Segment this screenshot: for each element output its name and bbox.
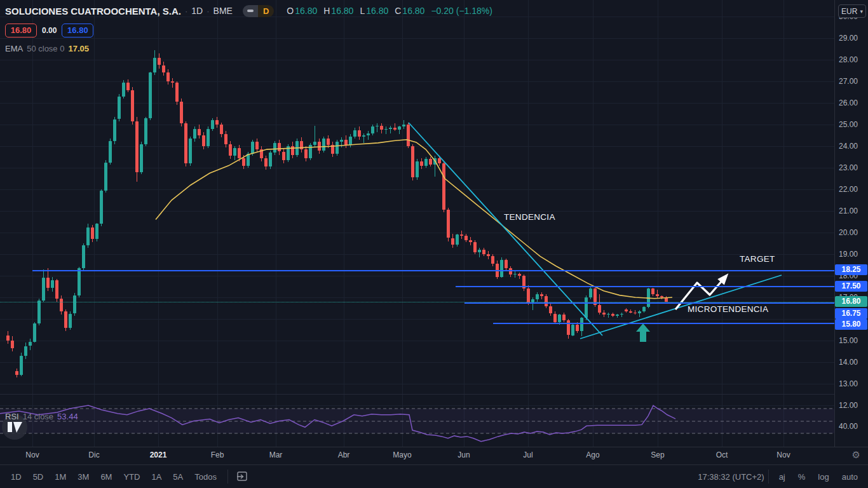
- annotation-tendencia[interactable]: TENDENCIA: [504, 212, 555, 222]
- range-button-5A[interactable]: 5A: [167, 470, 189, 484]
- candle-wick: [515, 271, 515, 278]
- price-level-line[interactable]: [465, 302, 834, 304]
- candle: [456, 234, 459, 244]
- range-button-Todos[interactable]: Todos: [189, 470, 222, 484]
- candle: [487, 254, 490, 256]
- candle-wick: [377, 123, 377, 132]
- candle: [287, 146, 290, 160]
- price-axis-label: 25.00: [839, 119, 858, 130]
- candle: [198, 129, 201, 135]
- range-button-5D[interactable]: 5D: [27, 470, 50, 484]
- candle: [6, 336, 10, 341]
- candle: [162, 65, 165, 73]
- scale-button-auto[interactable]: auto: [836, 470, 864, 484]
- interval-pill[interactable]: D: [243, 5, 274, 17]
- interval-label[interactable]: 1D: [191, 6, 203, 16]
- candle-wick: [341, 137, 342, 147]
- close-value: 16.80: [402, 6, 424, 16]
- spread-value: 0.00: [42, 26, 57, 35]
- range-button-1D[interactable]: 1D: [5, 470, 27, 484]
- symbol-title[interactable]: SOLUCIONES CUATROOCHENTA, S.A.: [5, 6, 181, 17]
- price-axis-label: 20.00: [839, 227, 858, 238]
- exchange-label[interactable]: BME: [214, 6, 233, 16]
- candle: [442, 163, 445, 210]
- ohlc-readout: O16.80 H16.80 L16.80 C16.80 −0.20 (−1.18…: [287, 6, 492, 16]
- annotation-microtendencia[interactable]: MICROTENDENCIA: [688, 304, 768, 314]
- candle: [193, 129, 196, 139]
- candle: [73, 295, 76, 314]
- range-button-3M[interactable]: 3M: [72, 470, 95, 484]
- candle: [331, 145, 334, 154]
- candle: [589, 288, 592, 297]
- candle: [260, 149, 263, 158]
- candle: [247, 154, 250, 166]
- candle: [91, 227, 94, 240]
- high-label: H: [323, 6, 330, 16]
- candle: [473, 242, 477, 252]
- range-buttons: 1D5D1M3M6MYTD1A5ATodos: [0, 472, 222, 482]
- separator-dot: ·: [185, 6, 187, 16]
- candle-wick: [368, 131, 369, 140]
- candle: [166, 72, 170, 81]
- candle: [95, 224, 98, 239]
- scale-button-aj[interactable]: aj: [773, 470, 792, 484]
- candle: [278, 143, 281, 152]
- price-axis-label: 15.00: [839, 336, 858, 346]
- candle: [20, 356, 23, 376]
- price-badge-16.80[interactable]: 16.80: [835, 296, 867, 307]
- candle: [158, 58, 161, 65]
- candle: [465, 236, 468, 240]
- candle: [42, 278, 45, 301]
- gear-icon[interactable]: ⚙: [852, 449, 860, 461]
- open-value: 16.80: [295, 6, 317, 16]
- range-button-1A[interactable]: 1A: [146, 470, 167, 484]
- price-badge-18.25[interactable]: 18.25: [835, 264, 867, 275]
- candle: [536, 294, 539, 300]
- candle: [60, 299, 63, 311]
- price-badge-17.50[interactable]: 17.50: [835, 281, 867, 292]
- candle-wick: [621, 313, 622, 317]
- toolbar-divider: [227, 470, 228, 484]
- candle: [380, 126, 383, 130]
- candle: [620, 314, 623, 315]
- candle: [51, 280, 54, 288]
- price-axis-label: 13.00: [839, 379, 858, 389]
- candle: [55, 280, 58, 299]
- candle: [629, 311, 632, 313]
- candle: [665, 297, 668, 302]
- price-axis-label: 28.00: [839, 55, 858, 65]
- candle: [616, 315, 619, 316]
- sell-button[interactable]: 16.80: [5, 24, 37, 37]
- currency-label: EUR: [841, 7, 857, 16]
- candle: [558, 315, 561, 322]
- candle: [202, 135, 205, 146]
- range-button-1M[interactable]: 1M: [49, 470, 72, 484]
- price-level-line[interactable]: [456, 286, 834, 287]
- candle: [349, 137, 352, 146]
- price-badge-16.75[interactable]: 16.75: [835, 308, 867, 319]
- candle: [318, 142, 321, 151]
- clock-timezone-button[interactable]: 17:38:32 (UTC+2): [698, 472, 764, 482]
- price-axis-label: 23.00: [839, 163, 858, 173]
- time-axis[interactable]: NovDic2021FebMarAbrMayoJunJulAgoSepOctNo…: [0, 447, 868, 464]
- ema-indicator-name[interactable]: EMA: [5, 44, 23, 53]
- scale-button-log[interactable]: log: [811, 470, 835, 484]
- time-axis-label: Dic: [88, 451, 99, 459]
- bottom-toolbar: 1D5D1M3M6MYTD1A5ATodos 17:38:32 (UTC+2) …: [0, 464, 868, 488]
- price-axis-label: 22.00: [839, 184, 858, 194]
- annotation-target[interactable]: TARGET: [740, 254, 775, 264]
- candle: [220, 125, 223, 134]
- ema-indicator-params: 50 close 0: [27, 44, 64, 53]
- currency-selector[interactable]: EUR ▾: [838, 4, 866, 18]
- candle: [656, 294, 659, 296]
- candle: [291, 146, 294, 155]
- go-to-date-icon[interactable]: [236, 471, 248, 482]
- price-level-line[interactable]: [32, 270, 834, 271]
- buy-button[interactable]: 16.80: [62, 24, 93, 37]
- scale-button-%[interactable]: %: [792, 470, 812, 484]
- rsi-indicator-name[interactable]: RSI: [5, 412, 19, 421]
- price-badge-15.80[interactable]: 15.80: [835, 319, 867, 330]
- price-level-line[interactable]: [493, 323, 834, 324]
- range-button-YTD[interactable]: YTD: [118, 470, 146, 484]
- range-button-6M[interactable]: 6M: [95, 470, 118, 484]
